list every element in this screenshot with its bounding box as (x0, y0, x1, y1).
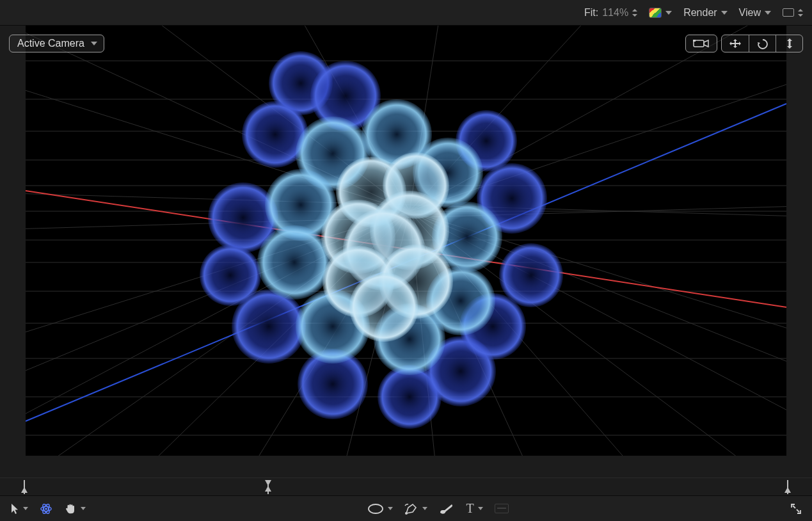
svg-point-57 (257, 225, 331, 300)
stepper-icon (798, 10, 803, 15)
svg-point-78 (369, 504, 383, 513)
mask-tool[interactable] (495, 504, 509, 513)
chevron-down-icon (388, 507, 393, 510)
out-point-marker[interactable] (782, 480, 788, 492)
hand-icon (64, 502, 77, 515)
camera-reset-button[interactable] (685, 35, 717, 52)
fullscreen-toggle[interactable] (790, 503, 802, 515)
select-tool[interactable] (10, 503, 28, 515)
camera-icon (693, 38, 710, 49)
render-label: Render (683, 7, 717, 19)
fit-value: 114% (602, 7, 628, 19)
canvas-topbar: Fit: 114% Render View (0, 0, 812, 26)
fit-label: Fit: (584, 7, 598, 19)
svg-point-77 (45, 508, 47, 510)
mask-icon (495, 504, 509, 513)
view-menu[interactable]: View (739, 7, 771, 19)
pan-tool-button[interactable] (722, 35, 749, 52)
chevron-down-icon (721, 11, 728, 15)
dolly-icon (785, 38, 794, 49)
svg-rect-70 (0, 26, 26, 456)
pen-icon (404, 502, 418, 515)
camera-selector-label: Active Camera (17, 38, 84, 49)
viewport-layout-control[interactable] (783, 8, 803, 17)
orbit-tool-button[interactable] (749, 35, 776, 52)
svg-rect-73 (693, 40, 696, 42)
chevron-down-icon (81, 507, 86, 510)
orbit-icon (756, 38, 769, 49)
atom-icon (40, 502, 52, 515)
text-tool[interactable]: T (466, 501, 482, 516)
in-point-marker[interactable] (24, 480, 30, 492)
svg-point-51 (499, 243, 563, 307)
pan-icon (728, 38, 743, 49)
pointer-icon (10, 503, 19, 515)
svg-rect-71 (786, 26, 812, 456)
ellipse-icon (367, 503, 384, 515)
expand-icon (790, 503, 802, 515)
pan-hand-tool[interactable] (64, 502, 86, 515)
chevron-down-icon (422, 507, 427, 510)
camera-selector[interactable]: Active Camera (9, 35, 104, 52)
canvas-viewport[interactable]: Active Camera (0, 26, 812, 477)
pen-tool[interactable] (404, 502, 427, 515)
chevron-down-icon (23, 507, 28, 510)
stepper-icon (632, 10, 637, 15)
svg-point-52 (200, 244, 261, 306)
chevron-down-icon (665, 11, 672, 15)
dolly-tool-button[interactable] (776, 35, 802, 52)
shape-tool[interactable] (367, 503, 393, 515)
tools-toolbar: T (0, 495, 812, 521)
viewport-layout-icon (783, 8, 794, 17)
color-channel-control[interactable] (649, 8, 672, 18)
color-swatch-icon (649, 8, 662, 18)
text-icon: T (466, 501, 474, 516)
fit-zoom-control[interactable]: Fit: 114% (584, 7, 637, 19)
chevron-down-icon (478, 507, 483, 510)
svg-point-69 (349, 273, 418, 342)
render-menu[interactable]: Render (683, 7, 727, 19)
mini-timeline[interactable] (0, 477, 812, 495)
canvas-3d-scene (0, 26, 812, 456)
paint-stroke-tool[interactable] (439, 503, 454, 515)
chevron-down-icon (765, 11, 771, 15)
svg-point-79 (405, 512, 408, 515)
view-label: View (739, 7, 761, 19)
brush-icon (439, 503, 454, 515)
playhead-marker[interactable] (265, 480, 271, 492)
chevron-down-icon (91, 42, 97, 45)
3d-transform-tool[interactable] (40, 502, 52, 515)
